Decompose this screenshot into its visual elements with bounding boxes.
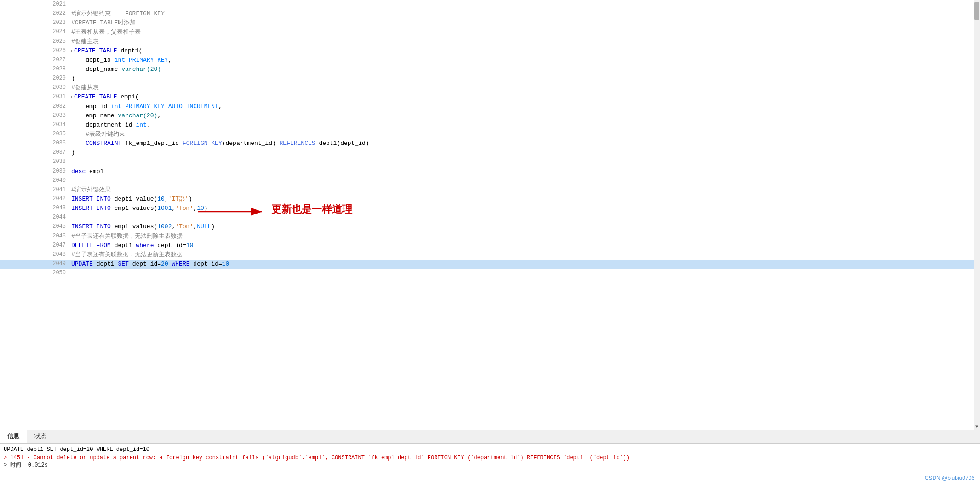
scrollbar-thumb[interactable] — [974, 2, 979, 20]
line-number: 2023 — [0, 18, 69, 28]
line-number: 2040 — [0, 176, 69, 185]
line-code: #创建主表 — [69, 37, 980, 46]
line-number: 2049 — [0, 260, 69, 269]
line-number: 2021 — [0, 0, 69, 9]
line-code: department_id int, — [69, 121, 980, 130]
line-number: 2022 — [0, 9, 69, 18]
line-number: 2030 — [0, 83, 69, 92]
line-code: #当子表还有关联数据，无法删除主表数据 — [69, 232, 980, 241]
line-number: 2038 — [0, 157, 69, 167]
watermark: CSDN @biubiu0706 — [925, 475, 974, 481]
line-number: 2046 — [0, 232, 69, 241]
line-number: 2026 — [0, 46, 69, 56]
bottom-content: UPDATE dept1 SET dept_id=20 WHERE dept_i… — [0, 444, 980, 485]
line-number: 2031 — [0, 92, 69, 102]
line-code — [69, 269, 980, 278]
line-code: INSERT INTO emp1 values(1001,'Tom',10) — [69, 204, 980, 213]
line-number: 2048 — [0, 250, 69, 260]
line-code: #当子表还有关联数据，无法更新主表数据 — [69, 250, 980, 260]
line-number: 2028 — [0, 65, 69, 74]
line-number: 2041 — [0, 185, 69, 195]
line-number: 2027 — [0, 56, 69, 65]
line-code: desc emp1 — [69, 167, 980, 176]
line-number: 2042 — [0, 195, 69, 204]
line-number: 2039 — [0, 167, 69, 176]
line-code: dept_id int PRIMARY KEY, — [69, 56, 980, 65]
scrollbar-arrow-down[interactable]: ▼ — [974, 423, 980, 430]
line-code — [69, 176, 980, 185]
line-code — [69, 0, 980, 9]
line-code: ⊟CREATE TABLE emp1( — [69, 92, 980, 102]
line-number: 2032 — [0, 102, 69, 111]
sql-statement: UPDATE dept1 SET dept_id=20 WHERE dept_i… — [4, 446, 976, 453]
line-code: #CREATE TABLE时添加 — [69, 18, 980, 28]
code-editor: 2021 2022#演示外键约束 FOREIGN KEY2023#CREATE … — [0, 0, 980, 278]
line-code — [69, 213, 980, 222]
line-code: ) — [69, 74, 980, 83]
error-message: > 1451 - Cannot delete or update a paren… — [4, 455, 976, 461]
line-code: #创建从表 — [69, 83, 980, 92]
line-number: 2047 — [0, 241, 69, 250]
line-code: ⊟CREATE TABLE dept1( — [69, 46, 980, 56]
bottom-panel: 信息 状态 UPDATE dept1 SET dept_id=20 WHERE … — [0, 430, 980, 485]
tab-status[interactable]: 状态 — [27, 430, 54, 443]
line-number: 2037 — [0, 148, 69, 157]
line-code: INSERT INTO dept1 value(10,'IT部') — [69, 195, 980, 204]
line-number: 2029 — [0, 74, 69, 83]
time-info: > 时间: 0.012s — [4, 461, 976, 469]
line-number: 2050 — [0, 269, 69, 278]
line-code: ) — [69, 148, 980, 157]
line-code: emp_id int PRIMARY KEY AUTO_INCREMENT, — [69, 102, 980, 111]
line-code: INSERT INTO emp1 values(1002,'Tom',NULL) — [69, 222, 980, 231]
line-code: dept_name varchar(20) — [69, 65, 980, 74]
line-code: UPDATE dept1 SET dept_id=20 WHERE dept_i… — [69, 260, 980, 269]
line-code: emp_name varchar(20), — [69, 111, 980, 121]
line-number: 2033 — [0, 111, 69, 121]
line-number: 2045 — [0, 222, 69, 231]
line-number: 2034 — [0, 121, 69, 130]
line-number: 2025 — [0, 37, 69, 46]
line-code: CONSTRAINT fk_emp1_dept_id FOREIGN KEY(d… — [69, 139, 980, 148]
tab-info[interactable]: 信息 — [0, 430, 27, 443]
line-code: #演示外键效果 — [69, 185, 980, 195]
line-code: DELETE FROM dept1 where dept_id=10 — [69, 241, 980, 250]
line-code: #演示外键约束 FOREIGN KEY — [69, 9, 980, 18]
line-number: 2044 — [0, 213, 69, 222]
line-number: 2024 — [0, 28, 69, 37]
line-number: 2043 — [0, 204, 69, 213]
vertical-scrollbar[interactable]: ▼ — [974, 0, 980, 430]
line-code: #表级外键约束 — [69, 130, 980, 139]
line-code — [69, 157, 980, 167]
line-code: #主表和从表，父表和子表 — [69, 28, 980, 37]
line-number: 2035 — [0, 130, 69, 139]
bottom-tabs: 信息 状态 — [0, 430, 980, 444]
line-number: 2036 — [0, 139, 69, 148]
